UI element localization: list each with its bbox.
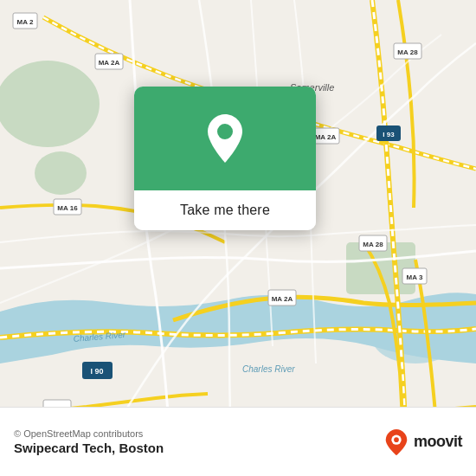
popup-header [134,87,316,190]
svg-text:I 90: I 90 [90,367,103,376]
moovit-logo-icon [384,428,408,456]
take-me-there-button[interactable]: Take me there [134,190,316,230]
svg-text:MA 28: MA 28 [363,241,383,248]
svg-text:MA 2A: MA 2A [272,295,293,303]
svg-text:I 93: I 93 [383,131,395,138]
svg-text:Charles River: Charles River [242,364,295,374]
location-label: Swipecard Tech, Boston [14,441,164,455]
location-pin-icon [203,113,247,164]
bottom-left-info: © OpenStreetMap contributors Swipecard T… [14,428,164,455]
moovit-logo: moovit [384,428,462,456]
bottom-bar: © OpenStreetMap contributors Swipecard T… [0,407,476,476]
svg-text:MA 2: MA 2 [17,18,34,26]
svg-text:MA 3: MA 3 [407,273,423,281]
moovit-brand-name: moovit [414,433,462,451]
svg-point-34 [394,437,399,442]
map-background: I 90 MA 2A MA 2A MA 2A MA 2 MA [0,0,476,476]
svg-text:MA 2A: MA 2A [99,59,120,67]
svg-text:MA 28: MA 28 [397,48,418,56]
copyright-text: © OpenStreetMap contributors [14,428,164,439]
svg-point-1 [0,61,100,147]
map-container: I 90 MA 2A MA 2A MA 2A MA 2 MA [0,0,476,476]
svg-text:MA 16: MA 16 [57,204,78,212]
svg-point-2 [35,151,87,195]
popup-card: Take me there [134,87,316,230]
svg-point-32 [217,124,233,139]
svg-text:MA 2A: MA 2A [315,133,337,141]
